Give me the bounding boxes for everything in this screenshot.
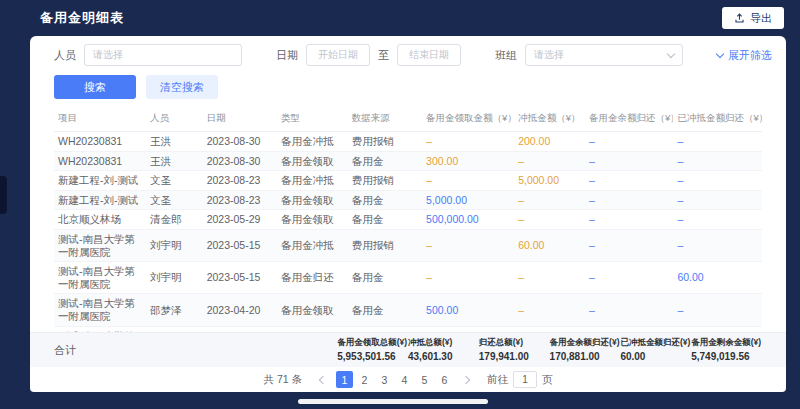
summary-item: 备用金领取总额(¥)5,953,501.56 <box>337 337 408 362</box>
cell-amount-offset: – <box>514 151 585 171</box>
cell-source: 备用金 <box>348 190 422 210</box>
cell-offset-returned: – <box>673 229 762 261</box>
search-button[interactable]: 搜索 <box>54 75 136 99</box>
summary-row: 合计 备用金领取总额(¥)5,953,501.56冲抵总额(¥)43,601.3… <box>30 332 786 367</box>
cell-date: 2023-08-23 <box>203 190 277 210</box>
date-start-placeholder: 开始日期 <box>318 48 358 62</box>
sidebar-toggle-handle[interactable] <box>0 176 7 214</box>
cell-source: 备用金 <box>348 294 422 326</box>
cell-amount-received: 300.00 <box>422 151 514 171</box>
horizontal-scrollbar[interactable] <box>298 399 488 404</box>
page-button[interactable]: 5 <box>416 371 433 388</box>
page-button[interactable]: 4 <box>396 371 413 388</box>
cell-project: 测试-南昌大学第一附属医院 <box>54 229 146 261</box>
next-page-button[interactable] <box>458 372 474 388</box>
cell-amount-received: 500.00 <box>422 294 514 326</box>
cell-offset-returned: – <box>673 171 762 191</box>
cell-type: 备用金领取 <box>277 294 348 326</box>
goto-page: 前往 页 <box>487 371 553 388</box>
page-button[interactable]: 1 <box>336 371 353 388</box>
cell-person: 王洪 <box>146 151 203 171</box>
cell-amount-received: 5,000.00 <box>422 190 514 210</box>
goto-page-input[interactable] <box>513 371 537 388</box>
cell-amount-offset: – <box>514 210 585 230</box>
cell-balance-returned: – <box>585 294 674 326</box>
export-icon <box>734 13 745 24</box>
cell-offset-returned: – <box>673 210 762 230</box>
summary-item: 冲抵总额(¥)43,601.30 <box>408 337 479 362</box>
team-select[interactable]: 请选择 <box>525 44 683 66</box>
cell-type: 备用金领取 <box>277 190 348 210</box>
person-filter-label: 人员 <box>54 48 76 63</box>
page: 备用金明细表 导出 人员 请选择 日期 <box>0 0 800 409</box>
summary-total-label: 合计 <box>54 337 337 358</box>
table-row: 北京顺义林场 清金郎 2023-05-29 备用金领取 备用金 500,000.… <box>54 210 762 230</box>
column-header: 人员 <box>146 106 203 132</box>
cell-date: 2023-04-20 <box>203 294 277 326</box>
expand-filters-link[interactable]: 展开筛选 <box>717 48 772 63</box>
cell-person: 清金郎 <box>146 210 203 230</box>
date-filter-label: 日期 <box>276 48 298 63</box>
cell-date: 2023-05-15 <box>203 262 277 294</box>
pager-pages: 123456 <box>336 371 453 388</box>
summary-item: 归还总额(¥)179,941.00 <box>479 337 550 362</box>
page-button[interactable]: 2 <box>356 371 373 388</box>
page-button[interactable]: 6 <box>436 371 453 388</box>
column-header: 日期 <box>203 106 277 132</box>
cell-person: 文圣 <box>146 190 203 210</box>
cell-type: 备用金领取 <box>277 151 348 171</box>
cell-amount-received: 500,000.00 <box>422 210 514 230</box>
person-select[interactable]: 请选择 <box>84 44 242 66</box>
cell-balance-returned: – <box>585 262 674 294</box>
cell-source: 备用金 <box>348 151 422 171</box>
table-row: 测试-南昌大学第一附属医院 刘宇明 2023-05-15 备用金冲抵 费用报销 … <box>54 229 762 261</box>
action-buttons: 搜索 清空搜索 <box>30 66 786 106</box>
cell-amount-received: – <box>422 262 514 294</box>
cell-project: WH20230831 <box>54 132 146 152</box>
cell-balance-returned: – <box>585 132 674 152</box>
cell-balance-returned: – <box>585 210 674 230</box>
table-body: WH20230831 王洪 2023-08-30 备用金冲抵 费用报销 – 20… <box>54 132 762 333</box>
cell-balance-returned: – <box>585 190 674 210</box>
table-row: WH20230831 王洪 2023-08-30 备用金冲抵 费用报销 – 20… <box>54 132 762 152</box>
cell-project: 北京顺义林场 <box>54 210 146 230</box>
team-select-placeholder: 请选择 <box>534 48 564 62</box>
cell-offset-returned: – <box>673 294 762 326</box>
cell-offset-returned: – <box>673 190 762 210</box>
export-button[interactable]: 导出 <box>722 7 784 29</box>
pagination: 共 71 条 123456 前往 页 <box>30 367 786 392</box>
cell-date: 2023-08-30 <box>203 132 277 152</box>
column-header: 备用金领取金额（¥） <box>422 106 514 132</box>
column-header: 冲抵金额（¥） <box>514 106 585 132</box>
filter-bar: 人员 请选择 日期 开始日期 至 结束日期 班组 请选择 <box>30 36 786 66</box>
cell-source: 费用报销 <box>348 229 422 261</box>
cell-person: 刘宇明 <box>146 229 203 261</box>
cell-person: 刘宇明 <box>146 262 203 294</box>
column-header: 类型 <box>277 106 348 132</box>
cell-balance-returned: – <box>585 229 674 261</box>
date-start-input[interactable]: 开始日期 <box>306 44 370 66</box>
cell-source: 备用金 <box>348 262 422 294</box>
cell-amount-received: – <box>422 171 514 191</box>
cell-project: 测试-南昌大学第一附属医院 <box>54 294 146 326</box>
cell-offset-returned: – <box>673 151 762 171</box>
table-row: 新建工程-刘-测试 文圣 2023-08-23 备用金冲抵 费用报销 – 5,0… <box>54 171 762 191</box>
table-header-row: 项目人员日期类型数据来源备用金领取金额（¥）冲抵金额（¥）备用金余额归还（¥）已… <box>54 106 762 132</box>
page-button[interactable]: 3 <box>376 371 393 388</box>
cell-source: 备用金 <box>348 210 422 230</box>
cell-project: WH20230831 <box>54 151 146 171</box>
cell-balance-returned: – <box>585 151 674 171</box>
cell-type: 备用金归还 <box>277 262 348 294</box>
petty-cash-table: 项目人员日期类型数据来源备用金领取金额（¥）冲抵金额（¥）备用金余额归还（¥）已… <box>54 106 762 332</box>
cell-amount-offset: – <box>514 294 585 326</box>
cell-type: 备用金冲抵 <box>277 132 348 152</box>
cell-person: 邵梦泽 <box>146 294 203 326</box>
summary-item: 备用金剩余金额(¥)5,749,019.56 <box>691 337 762 362</box>
cell-project: 新建工程-刘-测试 <box>54 171 146 191</box>
prev-page-button[interactable] <box>315 372 331 388</box>
table-row: 新建工程-刘-测试 文圣 2023-08-23 备用金领取 备用金 5,000.… <box>54 190 762 210</box>
clear-search-button[interactable]: 清空搜索 <box>146 75 218 99</box>
chevron-down-icon <box>716 49 724 57</box>
column-header: 备用金余额归还（¥） <box>585 106 674 132</box>
date-end-input[interactable]: 结束日期 <box>397 44 461 66</box>
